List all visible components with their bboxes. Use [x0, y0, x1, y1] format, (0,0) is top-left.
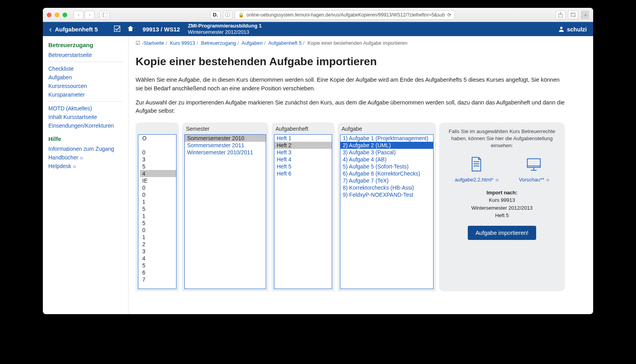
list-item[interactable]: 1: [140, 198, 176, 205]
tabs-button[interactable]: [568, 11, 578, 19]
list-item[interactable]: 9) FeldxyP-NOEXPAND-Test: [340, 191, 433, 198]
home-icon[interactable]: [127, 25, 134, 33]
list-item[interactable]: 7: [140, 276, 176, 283]
list-item[interactable]: 3: [140, 248, 176, 255]
sidebar-item-aufgaben[interactable]: Aufgaben: [43, 73, 128, 82]
window-minimize-button[interactable]: [55, 13, 59, 17]
list-item[interactable]: 0: [140, 149, 176, 156]
sidebar-item-kursparameter[interactable]: Kursparameter: [43, 90, 128, 99]
svg-rect-0: [102, 13, 107, 17]
list-item[interactable]: 1) Aufgabe 1 (Projektmanagement): [340, 135, 433, 142]
browser-url-bar[interactable]: 🔒 online-uebungssystem.fernuni-hagen.de/…: [235, 10, 455, 20]
list-item[interactable]: [140, 142, 176, 149]
sidebar-item-motd[interactable]: MOTD (Aktuelles): [43, 104, 128, 113]
sidebar: Betreuerzugang Betreuerstartseite Checkl…: [43, 36, 129, 314]
list-item[interactable]: 6) Aufgabe 6 (KorrektorChecks): [340, 170, 433, 177]
list-item[interactable]: 4: [140, 170, 176, 177]
breadcrumb-current: Kopie einer bestehenden Aufgabe importie…: [307, 40, 407, 46]
svg-point-7: [560, 27, 562, 29]
column-heft-body[interactable]: Heft 1Heft 2Heft 3Heft 4Heft 5Heft 6: [274, 134, 332, 289]
breadcrumb-link[interactable]: Aufgaben: [242, 40, 263, 46]
sidebar-section-hilfe: Hilfe: [43, 134, 128, 145]
list-item[interactable]: 5: [140, 205, 176, 212]
list-item[interactable]: Heft 4: [274, 156, 332, 163]
list-item[interactable]: Heft 1: [274, 135, 332, 142]
browser-site-info-icon[interactable]: ⓘ: [223, 11, 232, 19]
course-id[interactable]: 99913 / WS12: [143, 26, 180, 33]
new-tab-button[interactable]: +: [581, 11, 589, 19]
column-aufgabe-body[interactable]: 1) Aufgabe 1 (Projektmanagement)2) Aufga…: [340, 134, 434, 289]
list-item[interactable]: Heft 6: [274, 170, 332, 177]
svg-rect-4: [570, 13, 575, 17]
breadcrumb-link[interactable]: -Startseite: [142, 40, 164, 46]
breadcrumb-link[interactable]: Kurs 99913: [170, 40, 195, 46]
external-link-icon: ⧉: [79, 156, 83, 160]
import-target-kurs: Kurs 99913: [489, 197, 515, 203]
external-link-icon: ⧉: [496, 178, 498, 182]
preview-link-html[interactable]: aufgabe2.2.html* ⧉: [455, 177, 498, 183]
user-menu[interactable]: schulzi: [558, 26, 587, 33]
sidebar-item-einsendungen[interactable]: Einsendungen/Korrekturen: [43, 121, 128, 130]
list-item[interactable]: O: [140, 135, 176, 142]
checklist-icon[interactable]: [114, 25, 121, 33]
browser-extension-icon[interactable]: D.: [210, 11, 221, 19]
browser-sidebar-toggle[interactable]: [99, 11, 110, 19]
list-item[interactable]: 5: [140, 163, 176, 170]
browser-back-button[interactable]: ‹: [74, 11, 84, 19]
list-item[interactable]: 6: [140, 269, 176, 276]
window-zoom-button[interactable]: [62, 13, 67, 17]
list-item[interactable]: Sommersemester 2010: [185, 135, 266, 142]
list-item[interactable]: 1: [140, 234, 176, 241]
list-item[interactable]: 4: [140, 255, 176, 262]
browser-titlebar: ‹ › D. ⓘ 🔒 online-uebungssystem.fernuni-…: [43, 8, 593, 22]
column-semester-body[interactable]: Sommersemester 2010Sommersemester 2011Wi…: [184, 134, 266, 289]
column-heft-head: Aufgabenheft: [272, 123, 335, 134]
preview-panel: Falls Sie im ausgewählten Kurs Betreuerr…: [439, 123, 565, 291]
list-item[interactable]: 5: [140, 219, 176, 227]
list-item[interactable]: 0: [140, 184, 176, 191]
sidebar-item-kursressourcen[interactable]: Kursressourcen: [43, 82, 128, 90]
user-icon: [558, 26, 564, 32]
sidebar-item-checkliste[interactable]: Checkliste: [43, 64, 128, 73]
list-item[interactable]: 0: [140, 191, 176, 198]
list-item[interactable]: Heft 3: [274, 149, 332, 156]
list-item[interactable]: 2) Aufgabe 2 (UML): [340, 142, 433, 149]
app-header: ‹ Aufgabenheft 5 99913 / WS12 ZMI-Progra…: [43, 22, 593, 36]
list-item[interactable]: 5: [140, 262, 176, 269]
list-item[interactable]: 5) Aufgabe 5 (Sofort-Tests): [340, 163, 433, 170]
list-item[interactable]: Heft 5: [274, 163, 332, 170]
sidebar-item-helpdesk[interactable]: Helpdesk ⧉: [43, 162, 128, 170]
import-target-heft: Heft 5: [495, 212, 509, 218]
back-chevron-icon[interactable]: ‹: [49, 25, 52, 34]
list-item[interactable]: 4) Aufgabe 4 (AB): [340, 156, 433, 163]
checklist-small-icon: ☑: [136, 40, 140, 46]
column-kurs-body[interactable]: O 0354IE00151501234567: [138, 134, 176, 289]
list-item[interactable]: Wintersemester 2010/2011: [185, 149, 266, 156]
list-item[interactable]: Sommersemester 2011: [185, 142, 266, 149]
sidebar-item-handbuecher[interactable]: Handbücher ⧉: [43, 153, 128, 162]
list-item[interactable]: 7) Aufgabe 7 (TeX): [340, 177, 433, 184]
breadcrumb-link[interactable]: Betreuerzugang: [201, 40, 236, 46]
list-item[interactable]: 8) Korrektorchecks (HB-Assi): [340, 184, 433, 191]
list-item[interactable]: 0: [140, 227, 176, 234]
sidebar-item-informationen[interactable]: Informationen zum Zugang: [43, 145, 128, 153]
column-aufgabe-head: Aufgabe: [338, 123, 436, 134]
preview-link-vorschau[interactable]: Vorschau** ⧉: [519, 177, 549, 183]
list-item[interactable]: 3) Aufgabe 3 (Pascal): [340, 149, 433, 156]
browser-forward-button[interactable]: ›: [85, 11, 95, 19]
window-close-button[interactable]: [47, 13, 51, 17]
import-button[interactable]: Aufgabe importieren!: [468, 226, 537, 240]
list-item[interactable]: 2: [140, 241, 176, 248]
sidebar-item-kursstartseite[interactable]: Inhalt Kursstartseite: [43, 113, 128, 121]
list-item[interactable]: 3: [140, 156, 176, 163]
import-target-term: Wintersemester 2012/2013: [471, 205, 533, 211]
list-item[interactable]: Heft 2: [274, 142, 332, 149]
list-item[interactable]: IE: [140, 177, 176, 184]
breadcrumb-link[interactable]: Aufgabenheft 5: [268, 40, 301, 46]
reload-icon[interactable]: ⟳: [447, 12, 451, 18]
header-back-label[interactable]: Aufgabenheft 5: [55, 26, 98, 33]
monitor-icon: [525, 156, 542, 173]
sidebar-item-betreuerstartseite[interactable]: Betreuerstartseite: [43, 51, 128, 59]
list-item[interactable]: 1: [140, 212, 176, 219]
share-button[interactable]: [555, 11, 566, 19]
